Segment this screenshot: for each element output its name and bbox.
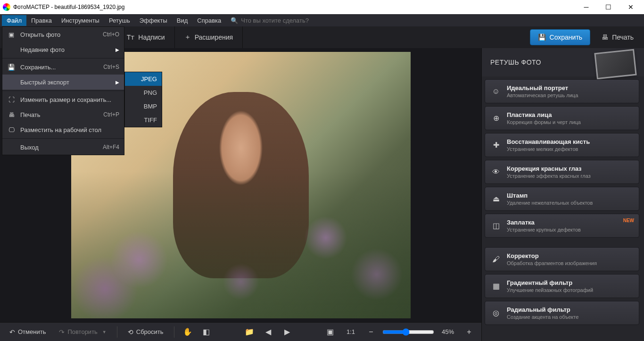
chevron-right-icon: ▶: [116, 47, 119, 52]
new-badge: NEW: [623, 218, 634, 223]
redo-icon: ↷: [59, 328, 65, 336]
menu-tools[interactable]: Инструменты: [57, 15, 104, 26]
folder-button[interactable]: 📁: [242, 324, 257, 340]
menu-open-photo[interactable]: ▣ Открыть фото Ctrl+O: [2, 27, 124, 42]
print-icon: 🖶: [602, 33, 608, 41]
menu-print[interactable]: 🖶 Печать Ctrl+P: [2, 107, 124, 122]
search-input[interactable]: [241, 17, 335, 24]
menu-quick-export[interactable]: Быстрый экспорт ▶: [2, 75, 124, 90]
save-button[interactable]: 💾 Сохранить: [530, 29, 591, 45]
fit-icon: ▣: [327, 327, 334, 336]
chevron-right-icon: ▶: [284, 327, 290, 336]
desktop-icon: 🖵: [7, 125, 16, 134]
tab-captions[interactable]: Tᴛ Надписи: [117, 26, 175, 48]
fit-button[interactable]: ▣: [323, 324, 338, 340]
patch-icon: ◫: [491, 221, 501, 231]
save-icon: 💾: [7, 63, 16, 71]
eye-icon: 👁: [491, 167, 501, 177]
hand-tool-button[interactable]: ✋: [180, 324, 195, 340]
menu-file[interactable]: Файл: [2, 15, 26, 26]
print-icon: 🖶: [7, 110, 16, 119]
minimize-button[interactable]: ─: [576, 0, 597, 14]
panel-thumbnail: [594, 49, 636, 80]
compare-icon: ◧: [203, 327, 210, 336]
plastic-icon: ⊕: [491, 113, 501, 124]
chevron-right-icon: ▶: [116, 80, 119, 85]
export-jpeg[interactable]: JPEG: [125, 72, 162, 86]
stamp-icon: ⏏: [491, 194, 501, 204]
folder-icon: 📁: [245, 327, 254, 336]
menu-set-desktop[interactable]: 🖵 Разместить на рабочий стол: [2, 122, 124, 137]
tool-patch[interactable]: ◫ Заплатка Устранение крупных дефектов N…: [485, 214, 639, 238]
tool-stamp[interactable]: ⏏ Штамп Удаление нежелательных объектов: [485, 187, 639, 211]
app-name: ФотоМАСТЕР: [13, 4, 50, 10]
menu-help[interactable]: Справка: [192, 15, 226, 26]
minus-icon: −: [369, 328, 373, 336]
menu-resize-save[interactable]: ⛶ Изменить размер и сохранить...: [2, 92, 124, 107]
corrector-icon: 🖌: [491, 254, 501, 265]
resize-icon: ⛶: [7, 95, 16, 104]
chevron-down-icon: ▼: [102, 330, 107, 334]
close-button[interactable]: ✕: [620, 0, 641, 14]
window-title: ФотоМАСТЕР - beautiful-1869534_1920.jpg: [13, 4, 576, 10]
undo-button[interactable]: ↶ Отменить: [5, 325, 50, 339]
menu-recent-photos[interactable]: Недавние фото ▶: [2, 42, 124, 57]
menu-separator: [2, 91, 124, 91]
redo-button[interactable]: ↷ Повторить ▼: [54, 325, 111, 339]
plus-icon: ＋: [184, 33, 191, 42]
tool-gradient-filter[interactable]: ▦ Градиентный фильтр Улучшение пейзажных…: [485, 274, 639, 298]
zoom-level: 45%: [438, 328, 458, 335]
portrait-icon: ☺: [491, 86, 501, 97]
titlebar: ФотоМАСТЕР - beautiful-1869534_1920.jpg …: [0, 0, 644, 14]
export-png[interactable]: PNG: [125, 86, 162, 100]
compare-button[interactable]: ◧: [199, 324, 214, 340]
prev-button[interactable]: ◀: [261, 324, 276, 340]
heal-icon: ✚: [491, 140, 501, 150]
panel-title: РЕТУШЬ ФОТО: [490, 58, 541, 66]
menu-retouch[interactable]: Ретушь: [104, 15, 135, 26]
menu-exit[interactable]: Выход Alt+F4: [2, 140, 124, 155]
save-icon: 💾: [538, 33, 546, 41]
hand-icon: ✋: [183, 327, 192, 336]
maximize-button[interactable]: ☐: [598, 0, 619, 14]
next-button[interactable]: ▶: [280, 324, 295, 340]
zoom-in-button[interactable]: +: [462, 324, 477, 340]
right-panel: РЕТУШЬ ФОТО ☺ Идеальный портрет Автомати…: [481, 48, 644, 341]
reset-button[interactable]: ⟲ Сбросить: [123, 325, 168, 339]
export-submenu: JPEG PNG BMP TIFF: [124, 72, 162, 127]
tool-healing-brush[interactable]: ✚ Восстанавливающая кисть Устранение мел…: [485, 133, 639, 157]
menu-separator: [2, 138, 124, 139]
reset-icon: ⟲: [128, 328, 133, 336]
menu-save[interactable]: 💾 Сохранить... Ctrl+S: [2, 59, 124, 75]
tool-ideal-portrait[interactable]: ☺ Идеальный портрет Автоматическая ретуш…: [485, 79, 639, 103]
panel-scroll[interactable]: ☺ Идеальный портрет Автоматическая ретуш…: [482, 76, 644, 341]
file-menu-dropdown: ▣ Открыть фото Ctrl+O Недавние фото ▶ 💾 …: [2, 26, 124, 155]
search-icon: 🔍: [231, 17, 238, 24]
menu-view[interactable]: Вид: [172, 15, 193, 26]
zoom-out-button[interactable]: −: [363, 324, 379, 340]
undo-icon: ↶: [9, 328, 15, 336]
menu-effects[interactable]: Эффекты: [135, 15, 172, 26]
menubar: Файл Правка Инструменты Ретушь Эффекты В…: [0, 14, 644, 26]
menu-separator: [2, 58, 124, 58]
bottombar: ↶ Отменить ↷ Повторить ▼ ⟲ Сбросить ✋ ◧ …: [0, 322, 481, 341]
tool-red-eye[interactable]: 👁 Коррекция красных глаз Устранение эффе…: [485, 160, 639, 184]
gradient-icon: ▦: [491, 281, 501, 291]
export-tiff[interactable]: TIFF: [125, 113, 162, 127]
radial-icon: ◎: [491, 308, 501, 318]
tab-extensions[interactable]: ＋ Расширения: [175, 26, 243, 48]
folder-icon: ▣: [7, 30, 16, 39]
tool-radial-filter[interactable]: ◎ Радиальный фильтр Создание акцента на …: [485, 301, 639, 325]
export-bmp[interactable]: BMP: [125, 100, 162, 113]
text-icon: Tᴛ: [127, 33, 135, 41]
chevron-left-icon: ◀: [265, 327, 271, 336]
print-button[interactable]: 🖶 Печать: [595, 30, 640, 45]
tool-corrector[interactable]: 🖌 Корректор Обработка фрагментов изображ…: [485, 247, 639, 271]
file-name: beautiful-1869534_1920.jpg: [55, 4, 125, 10]
zoom-slider[interactable]: [382, 328, 434, 336]
panel-header: РЕТУШЬ ФОТО: [482, 48, 644, 76]
tool-face-plastic[interactable]: ⊕ Пластика лица Коррекция формы и черт л…: [485, 106, 639, 130]
menu-edit[interactable]: Правка: [26, 15, 57, 26]
zoom-1to1-button[interactable]: 1:1: [342, 325, 360, 338]
plus-icon: +: [467, 328, 471, 336]
